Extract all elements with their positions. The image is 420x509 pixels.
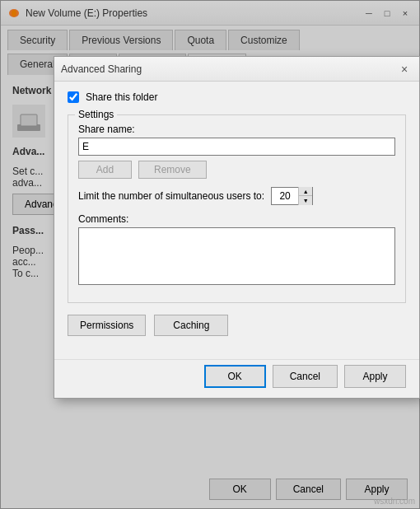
- add-button[interactable]: Add: [78, 161, 132, 179]
- spin-up-button[interactable]: ▲: [299, 187, 312, 196]
- caching-button[interactable]: Caching: [154, 315, 228, 336]
- remove-button[interactable]: Remove: [138, 161, 207, 179]
- user-limit-spinner: ▲ ▼: [271, 187, 313, 205]
- dialog-apply-button[interactable]: Apply: [344, 365, 406, 388]
- share-name-input[interactable]: [78, 138, 395, 156]
- dialog-cancel-button[interactable]: Cancel: [273, 365, 338, 388]
- permissions-button[interactable]: Permissions: [68, 315, 146, 336]
- share-folder-checkbox[interactable]: [68, 91, 79, 103]
- share-name-field: Share name:: [78, 124, 395, 156]
- adv-dialog-content: Share this folder Settings Share name: A…: [54, 82, 419, 359]
- spin-down-button[interactable]: ▼: [299, 196, 312, 205]
- comments-textarea[interactable]: [78, 227, 395, 285]
- share-folder-row: Share this folder: [68, 91, 406, 103]
- comments-field: Comments:: [78, 213, 395, 287]
- perm-cache-row: Permissions Caching: [68, 315, 406, 336]
- share-folder-label: Share this folder: [86, 91, 157, 103]
- adv-close-button[interactable]: ×: [396, 61, 413, 77]
- share-name-label: Share name:: [78, 124, 395, 135]
- limit-row: Limit the number of simultaneous users t…: [78, 187, 395, 205]
- limit-label: Limit the number of simultaneous users t…: [78, 190, 264, 202]
- adv-dialog-title: Advanced Sharing: [61, 63, 142, 75]
- adv-dialog-titlebar: Advanced Sharing ×: [54, 57, 419, 82]
- dialog-bottom-buttons: OK Cancel Apply: [54, 359, 419, 398]
- advanced-sharing-dialog: Advanced Sharing × Share this folder Set…: [54, 56, 420, 399]
- user-limit-input[interactable]: [272, 188, 298, 204]
- settings-group-label: Settings: [75, 109, 117, 120]
- dialog-ok-button[interactable]: OK: [204, 365, 266, 388]
- spinner-buttons: ▲ ▼: [298, 187, 312, 205]
- comments-label: Comments:: [78, 213, 395, 225]
- add-remove-row: Add Remove: [78, 161, 395, 179]
- settings-group: Settings Share name: Add Remove Limit th…: [68, 114, 406, 303]
